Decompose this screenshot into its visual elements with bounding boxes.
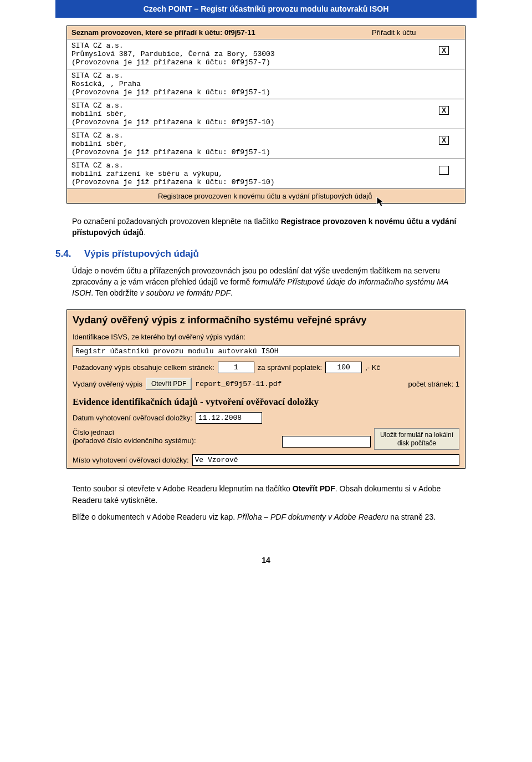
- row-company: SITA CZ a.s.: [71, 131, 427, 140]
- assign-checkbox[interactable]: X: [439, 106, 449, 115]
- row-address: mobilní sběr,: [71, 110, 427, 118]
- row-company: SITA CZ a.s.: [71, 42, 427, 50]
- row-company: SITA CZ a.s.: [71, 72, 427, 80]
- vypis-form: Vydaný ověřený výpis z informačního syst…: [66, 309, 466, 469]
- form-subheader: Evidence identifikačních údajů - vytvoře…: [67, 392, 465, 410]
- paragraph: Blíže o dokumentech v Adobe Readeru viz …: [72, 511, 460, 522]
- date-label: Datum vyhotovení ověřovací doložky:: [73, 414, 192, 422]
- provozovny-table: Seznam provozoven, které se přiřadí k úč…: [66, 26, 466, 204]
- table-row: SITA CZ a.s. Rosická, , Praha (Provozovn…: [67, 69, 465, 99]
- table-footer-button[interactable]: Registrace provozoven k novému účtu a vy…: [67, 189, 465, 203]
- row-address: mobilní zařízení ke sběru a výkupu,: [71, 170, 427, 178]
- row-company: SITA CZ a.s.: [71, 161, 427, 170]
- row-note: (Provozovna je již přiřazena k účtu: 0f9…: [71, 118, 427, 126]
- row-address: mobilní sběr,: [71, 140, 427, 148]
- paragraph: Tento soubor si otevřete v Adobe Readeru…: [72, 483, 460, 506]
- pdf-filename: report_0f9j57-11.pdf: [195, 380, 282, 388]
- cj-input[interactable]: [282, 436, 371, 448]
- ident-label: Identifikace ISVS, ze kterého byl ověřen…: [73, 333, 245, 341]
- assign-checkbox[interactable]: X: [439, 46, 449, 55]
- date-input[interactable]: [196, 412, 262, 424]
- form-header: Vydaný ověřený výpis z informačního syst…: [67, 310, 465, 331]
- open-pdf-button[interactable]: Otevřít PDF: [146, 378, 192, 390]
- fee-suffix: ,- Kč: [365, 363, 380, 372]
- place-input[interactable]: [192, 454, 459, 466]
- row-note: (Provozovna je již přiřazena k účtu: 0f9…: [71, 178, 427, 186]
- ident-input[interactable]: [73, 346, 459, 357]
- pages-label: Požadovaný výpis obsahuje celkem stránek…: [73, 363, 214, 372]
- table-row: SITA CZ a.s. mobilní sběr, (Provozovna j…: [67, 99, 465, 129]
- table-row: SITA CZ a.s. mobilní zařízení ke sběru a…: [67, 159, 465, 189]
- fee-input[interactable]: [325, 362, 362, 373]
- fee-label: za správní poplatek:: [258, 363, 322, 372]
- row-address: Průmyslová 387, Pardubice, Černá za Bory…: [71, 50, 427, 58]
- page-number: 14: [22, 556, 510, 565]
- place-label: Místo vyhotovení ověřovací doložky:: [73, 456, 189, 464]
- paragraph: Údaje o novém účtu a přiřazených provozo…: [72, 265, 460, 299]
- save-local-button[interactable]: Uložit formulář na lokální disk počítače: [374, 428, 459, 450]
- row-company: SITA CZ a.s.: [71, 101, 427, 110]
- row-note: (Provozovna je již přiřazena k účtu: 0f9…: [71, 148, 427, 156]
- table-row: SITA CZ a.s. mobilní sběr, (Provozovna j…: [67, 129, 465, 159]
- cj-label-1: Číslo jednací: [73, 428, 279, 436]
- paragraph: Po označení požadovaných provozoven klep…: [72, 216, 460, 238]
- table-row: SITA CZ a.s. Průmyslová 387, Pardubice, …: [67, 39, 465, 69]
- table-title: Seznam provozoven, které se přiřadí k úč…: [71, 28, 372, 37]
- pages-input[interactable]: [218, 362, 254, 373]
- table-col-assign: Přiřadit k účtu: [372, 28, 461, 37]
- row-note: (Provozovna je již přiřazena k účtu: 0f9…: [71, 58, 427, 67]
- assign-checkbox[interactable]: [439, 166, 449, 175]
- issued-label: Vydaný ověřený výpis: [73, 380, 142, 388]
- assign-checkbox[interactable]: X: [439, 136, 449, 145]
- pages-count-label: počet stránek: 1: [408, 380, 460, 388]
- row-address: Rosická, , Praha: [71, 80, 427, 88]
- cj-label-2: (pořadové číslo evidenčního systému):: [73, 436, 279, 445]
- section-heading: 5.4.Výpis přístupových údajů: [55, 248, 460, 260]
- page-header: Czech POINT – Registr účastníků provozu …: [55, 0, 477, 18]
- row-note: (Provozovna je již přiřazena k účtu: 0f9…: [71, 88, 427, 96]
